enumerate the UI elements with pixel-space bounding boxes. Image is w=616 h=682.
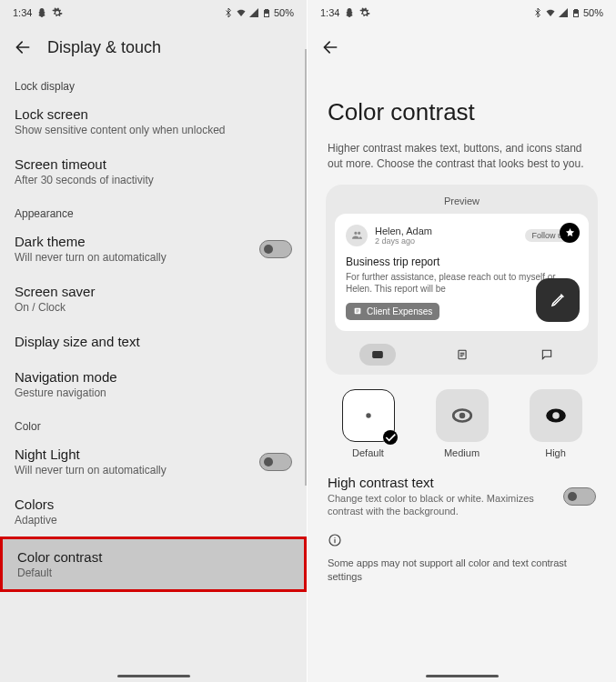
tab-card-icon[interactable] xyxy=(359,344,396,366)
preview-label: Preview xyxy=(335,196,589,206)
contrast-options: Default Medium High xyxy=(308,375,616,466)
status-time: 1:34 xyxy=(13,7,32,18)
status-bar: 1:34 50% xyxy=(308,0,616,25)
sent-time: 2 days ago xyxy=(375,236,518,246)
dark-theme-toggle[interactable] xyxy=(259,240,292,258)
nav-indicator xyxy=(426,675,499,677)
note-text: Some apps may not support all color and … xyxy=(308,553,616,587)
sender-name: Helen, Adam xyxy=(375,226,518,236)
page-title: Display & touch xyxy=(47,38,161,57)
header xyxy=(308,25,616,69)
section-lock-display: Lock display xyxy=(0,69,307,96)
compose-fab xyxy=(536,278,580,322)
header: Display & touch xyxy=(0,25,307,69)
row-high-contrast-text[interactable]: High contrast text Change text color to … xyxy=(308,466,616,528)
email-subject: Business trip report xyxy=(346,256,578,268)
signal-icon xyxy=(558,7,569,18)
battery-pct: 50% xyxy=(274,7,294,18)
tab-chat-icon[interactable] xyxy=(529,344,565,366)
option-default[interactable]: Default xyxy=(328,389,409,458)
battery-icon xyxy=(571,7,581,18)
option-high[interactable]: High xyxy=(515,389,596,458)
back-button[interactable] xyxy=(320,37,340,57)
nav-indicator xyxy=(117,675,190,677)
status-bar: 1:34 50% xyxy=(0,0,307,25)
night-light-toggle[interactable] xyxy=(259,453,292,471)
settings-status-icon xyxy=(359,7,370,18)
svg-rect-1 xyxy=(372,351,382,357)
section-appearance: Appearance xyxy=(0,196,307,224)
attachment-chip: Client Expenses xyxy=(346,303,439,320)
battery-icon xyxy=(261,7,272,18)
row-lock-screen[interactable]: Lock screen Show sensitive content only … xyxy=(0,96,307,146)
high-contrast-toggle[interactable] xyxy=(563,487,596,506)
bluetooth-icon xyxy=(223,7,234,18)
page-description: Higher contrast makes text, buttons, and… xyxy=(308,141,616,185)
check-icon xyxy=(383,430,398,445)
row-color-contrast[interactable]: Color contrast Default xyxy=(0,537,307,592)
signal-icon xyxy=(248,7,259,18)
row-display-size[interactable]: Display size and text xyxy=(0,324,307,359)
battery-pct: 50% xyxy=(583,7,603,18)
bluetooth-icon xyxy=(532,7,543,18)
avatar-icon xyxy=(346,225,368,246)
preview-card: Preview Helen, Adam 2 days ago Follow up… xyxy=(326,185,598,375)
section-color: Color xyxy=(0,409,307,436)
status-time: 1:34 xyxy=(320,7,339,18)
svg-point-5 xyxy=(459,412,465,418)
snapchat-icon xyxy=(36,7,47,18)
row-colors[interactable]: Colors Adaptive xyxy=(0,486,307,537)
option-medium[interactable]: Medium xyxy=(421,389,502,458)
row-dark-theme[interactable]: Dark theme Will never turn on automatica… xyxy=(0,224,307,274)
svg-point-7 xyxy=(552,412,560,419)
email-preview: Helen, Adam 2 days ago Follow up? Busine… xyxy=(335,214,589,331)
settings-status-icon xyxy=(52,7,63,18)
preview-tabbar xyxy=(335,344,589,366)
back-button[interactable] xyxy=(13,37,33,57)
snapchat-icon xyxy=(344,7,355,18)
wifi-icon xyxy=(236,7,247,18)
star-icon xyxy=(560,223,580,243)
row-night-light[interactable]: Night Light Will never turn on automatic… xyxy=(0,436,307,486)
row-screen-saver[interactable]: Screen saver On / Clock xyxy=(0,274,307,324)
row-screen-timeout[interactable]: Screen timeout After 30 seconds of inact… xyxy=(0,146,307,196)
tab-document-icon[interactable] xyxy=(444,344,480,366)
wifi-icon xyxy=(545,7,556,18)
svg-point-3 xyxy=(366,413,370,417)
page-title: Color contrast xyxy=(308,69,616,141)
row-navigation-mode[interactable]: Navigation mode Gesture navigation xyxy=(0,359,307,409)
info-icon xyxy=(308,527,616,553)
